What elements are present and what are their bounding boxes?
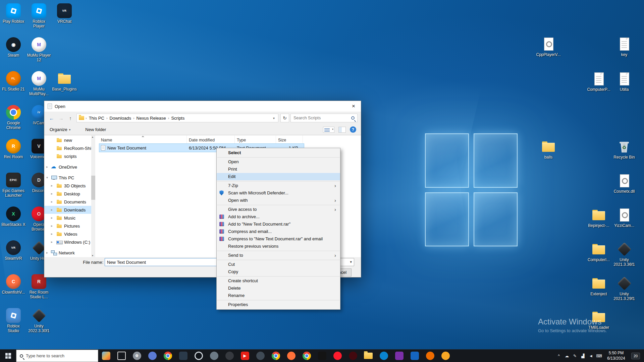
menu-item[interactable]: Select (217, 149, 340, 157)
tree-chevron-icon[interactable]: ▸ (51, 224, 53, 228)
youtube-icon[interactable]: ▶ (237, 350, 253, 362)
column-header[interactable]: Type (235, 135, 276, 143)
desktop-icon[interactable]: VR VRChat (52, 3, 77, 37)
desktop-icon[interactable]: YizziCam... (611, 207, 637, 228)
keyboard-icon[interactable]: ⌨ (595, 354, 603, 358)
volume-icon[interactable]: ◄ (587, 354, 595, 358)
column-header[interactable]: Name (99, 135, 187, 143)
taskbar-search[interactable]: Type here to search (16, 350, 98, 362)
desktop-icon[interactable]: Base_Plugins (52, 70, 77, 104)
menu-item[interactable] (217, 276, 340, 277)
preview-pane-icon[interactable] (338, 127, 346, 133)
desktop-icon[interactable]: M MuMu MultiPlay... (26, 70, 52, 104)
menu-item[interactable]: Copy (217, 268, 340, 276)
purple-app-icon[interactable] (391, 350, 407, 362)
orange-app-icon[interactable] (422, 350, 438, 362)
desktop-icon[interactable]: X BlueStacks X (1, 206, 26, 240)
menu-item[interactable] (217, 260, 340, 260)
desktop-icon[interactable]: key (611, 36, 637, 57)
nvidia-app-icon[interactable] (314, 350, 330, 362)
desktop-icon[interactable]: Play Roblox (1, 3, 26, 37)
organize-button[interactable]: Organize (50, 127, 70, 132)
nav-item[interactable]: ▸ OneDrive (44, 163, 91, 171)
tree-chevron-icon[interactable]: ▸ (51, 208, 53, 212)
tree-chevron-icon[interactable]: ▸ (51, 232, 53, 236)
desktop-icon[interactable]: Utilla (611, 71, 637, 92)
desktop-icon[interactable]: ♻ Recycle Bin (611, 138, 637, 160)
menu-item[interactable]: Rename (217, 292, 340, 299)
desktop-icon[interactable] (52, 37, 77, 70)
nav-item[interactable]: ▾ This PC (44, 174, 91, 182)
tree-chevron-icon[interactable]: ▸ (51, 184, 53, 187)
menu-item[interactable]: Add to archive... (217, 213, 340, 221)
forward-icon[interactable] (57, 115, 65, 121)
desktop-icon[interactable]: VR SteamVR (1, 240, 26, 274)
tree-chevron-icon[interactable]: ▾ (46, 176, 48, 179)
close-icon[interactable] (346, 101, 361, 111)
breadcrumb-segment[interactable]: Nexus Release (135, 116, 168, 121)
gray-app-icon[interactable] (206, 350, 222, 362)
desktop-icon[interactable]: C ClownfishV... (1, 274, 26, 307)
refresh-icon[interactable] (280, 114, 289, 122)
chrome-icon[interactable] (299, 350, 314, 362)
menu-item[interactable] (217, 300, 340, 300)
menu-item[interactable]: Open (217, 158, 340, 166)
network-icon[interactable]: ▟ (579, 354, 587, 358)
menu-item[interactable]: Send to (217, 252, 340, 259)
hidden-icons-chevron[interactable]: ^ (555, 354, 563, 358)
new-folder-button[interactable]: New folder (85, 127, 106, 132)
start-button[interactable] (0, 350, 16, 362)
nav-item[interactable]: ▸ Music (44, 214, 91, 222)
menu-item[interactable]: Compress to "New Text Document.rar" and … (217, 235, 340, 243)
desktop-icon[interactable]: Bepinject-... (586, 207, 611, 228)
chrome-icon[interactable] (268, 350, 283, 362)
news-widget-icon[interactable] (98, 350, 114, 362)
tree-chevron-icon[interactable]: ▸ (51, 200, 53, 203)
scrollbar-thumb[interactable] (91, 176, 95, 200)
menu-item[interactable]: Scan with Microsoft Defender... (217, 189, 340, 197)
menu-item[interactable] (217, 181, 340, 181)
tree-chevron-icon[interactable]: ▸ (51, 240, 53, 244)
breadcrumb-segment[interactable]: Scripts (169, 116, 186, 121)
desktop-icon[interactable]: ComputerI... (586, 241, 611, 262)
menu-item[interactable]: Delete (217, 285, 340, 292)
discord-icon[interactable] (222, 350, 237, 362)
obs-icon[interactable] (191, 350, 206, 362)
back-icon[interactable] (48, 115, 56, 121)
desktop-icon[interactable]: CppPlayerV... (536, 36, 561, 57)
nav-item[interactable]: ▸ Desktop (44, 190, 91, 198)
menu-item[interactable] (217, 251, 340, 251)
desktop-icon[interactable]: Unity 2021.3.29f1 (611, 275, 637, 301)
menu-item[interactable]: Compress and email... (217, 228, 340, 235)
dark-gear-app-icon[interactable] (253, 350, 268, 362)
menu-item[interactable]: Cut (217, 261, 340, 268)
nav-item[interactable]: ▸ Network (44, 249, 91, 257)
menu-item[interactable]: Properties (217, 301, 340, 308)
desktop-icon[interactable]: Unity 2021.3.36f1 (611, 241, 637, 267)
menu-item[interactable]: Add to "New Text Document.rar" (217, 221, 340, 228)
menu-item[interactable]: Restore previous versions (217, 243, 340, 250)
nav-item[interactable]: ▸ Documents (44, 198, 91, 206)
breadcrumb-segment[interactable]: Downloads (108, 116, 133, 121)
flame-app-icon[interactable] (438, 350, 453, 362)
desktop-icon[interactable]: Unity 2022.3.30f1 (26, 307, 52, 341)
blue-app-icon[interactable] (407, 350, 422, 362)
menu-item[interactable]: Give access to (217, 206, 340, 213)
menu-item[interactable]: Print (217, 166, 340, 173)
up-icon[interactable] (66, 115, 74, 121)
address-dropdown-icon[interactable] (272, 116, 276, 120)
tree-chevron-icon[interactable]: ▸ (46, 251, 48, 254)
search-box[interactable]: Search Scripts (290, 114, 358, 122)
desktop-icon[interactable]: ComputerP... (586, 71, 611, 92)
opera-gx-icon[interactable] (345, 350, 361, 362)
desktop-icon[interactable]: Roblox Studio (1, 307, 26, 341)
help-icon[interactable] (350, 126, 356, 133)
nav-item[interactable]: scripts (44, 152, 91, 160)
desktop-icon[interactable]: Roblox Player (26, 3, 52, 37)
desktop-icon[interactable]: M MuMu Player 12 (26, 37, 52, 70)
firefox-icon[interactable] (283, 350, 299, 362)
view-options-icon[interactable] (323, 127, 334, 133)
menu-item[interactable] (217, 205, 340, 205)
desktop-icon[interactable]: FL FL Studio 21 (1, 70, 26, 104)
tree-chevron-icon[interactable]: ▸ (51, 216, 53, 220)
